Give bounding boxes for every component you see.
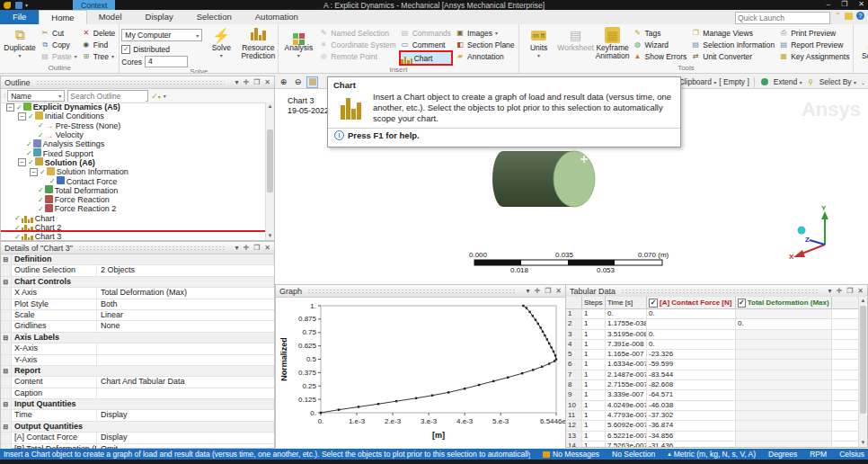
column-checkbox[interactable]: ✓	[738, 299, 746, 308]
details-value[interactable]	[97, 344, 274, 353]
tree-item-velocity[interactable]: ✓→Velocity	[1, 130, 265, 139]
ribbon-copy-button[interactable]: ⧉Copy	[39, 39, 79, 50]
ribbon-tags-button[interactable]: ✎Tags	[632, 27, 689, 39]
close-icon[interactable]: ✕	[264, 78, 270, 86]
ribbon-unit-converter-button[interactable]: ⇄Unit Converter	[689, 50, 776, 62]
ribbon-wizard-button[interactable]: ◍Wizard	[632, 39, 689, 50]
ribbon-keyframe-animation-button[interactable]: ▦Keyframe Animation	[595, 25, 631, 64]
close-icon[interactable]: ✕	[555, 287, 562, 295]
zoom-in-icon[interactable]: ⊕	[278, 76, 289, 88]
collapse-ribbon-icon[interactable]: ⌃	[835, 12, 841, 20]
outline-search-input[interactable]	[68, 92, 146, 102]
rotation-unit-indicator[interactable]: RPM	[810, 450, 827, 459]
help-icon[interactable]: ?	[856, 12, 864, 20]
ribbon-duplicate-button[interactable]: ⧉Duplicate▾	[2, 25, 38, 64]
collapse-icon[interactable]: ⊟	[1, 277, 12, 287]
tab-file[interactable]: File	[0, 10, 39, 24]
ribbon-units-button[interactable]: m ftUnits▾	[521, 25, 557, 64]
collapse-icon[interactable]: ⊟	[1, 254, 12, 264]
outline-search-box[interactable]	[67, 90, 148, 102]
quick-launch-box[interactable]	[735, 12, 830, 24]
column-checkbox[interactable]: ✓	[649, 299, 658, 308]
ribbon-chart-button[interactable]: Chart	[399, 50, 453, 66]
tree-item-chart-3[interactable]: ✓Chart 3	[1, 232, 265, 240]
ribbon-solve-button[interactable]: ⚡Solve▾	[203, 25, 239, 67]
tree-item-chart-2[interactable]: ✓Chart 2	[1, 223, 265, 232]
ribbon-named-selection-button[interactable]: ✎Named Selection	[317, 27, 397, 39]
ribbon-selection-information-button[interactable]: ▤Selection Information	[689, 39, 776, 50]
ribbon-delete-button[interactable]: ✕Delete	[80, 27, 118, 39]
details-value[interactable]: Both	[97, 299, 274, 309]
details-value[interactable]: 2 Objects	[97, 265, 274, 275]
float-icon[interactable]: ❐	[253, 78, 260, 86]
ribbon-key-assignments-button[interactable]: ▦Key Assignments	[777, 50, 851, 62]
tab-model[interactable]: Model	[87, 10, 134, 24]
details-value[interactable]: Total Deformation (Max)	[97, 288, 274, 298]
details-value[interactable]: Linear	[97, 310, 274, 320]
details-value[interactable]: Display	[97, 433, 274, 442]
tab-home[interactable]: Home	[39, 10, 86, 24]
tree-item-analysis-settings[interactable]: ✓Analysis Settings	[1, 139, 265, 148]
scroll-up-icon[interactable]: ▲	[266, 103, 274, 111]
tree-item-pre-stress-none[interactable]: ✓→Pre-Stress (None)	[1, 121, 265, 130]
details-value[interactable]: Display	[97, 410, 274, 420]
units-indicator[interactable]: ▴Metric (m, kg, N, s, V, A)	[668, 450, 756, 459]
tree-item-force-reaction-2[interactable]: ✓Force Reaction 2	[1, 204, 265, 213]
collapse-icon[interactable]: ⊟	[1, 422, 12, 432]
tree-item-solution-information[interactable]: –✓Solution Information	[1, 167, 265, 176]
collapse-icon[interactable]: ⊟	[1, 333, 12, 343]
quick-launch-input[interactable]	[736, 13, 828, 23]
collapse-icon[interactable]: –	[18, 112, 26, 120]
distributed-checkbox[interactable]: ✓Distributed	[121, 44, 202, 55]
cores-field[interactable]: Cores4	[121, 56, 202, 67]
outline-filter-dropdown[interactable]: Name▾	[7, 90, 65, 102]
tab-selection[interactable]: Selection	[185, 10, 244, 24]
filter-check-icon[interactable]: ✓▾	[151, 92, 161, 101]
close-button[interactable]: ✕	[858, 0, 864, 8]
messages-indicator[interactable]: No Messages	[543, 450, 599, 459]
extend-icon[interactable]	[759, 76, 771, 88]
collapse-icon[interactable]: –	[18, 158, 26, 166]
ribbon-cut-button[interactable]: ✂Cut	[39, 27, 79, 39]
toolbar-grip[interactable]: ⁞	[4, 92, 4, 100]
ribbon-show-errors-button[interactable]: ▲Show Errors	[632, 50, 689, 62]
zoom-out-icon[interactable]: ⊖	[292, 76, 304, 88]
extend-button[interactable]: Extend ▾	[774, 77, 802, 86]
float-icon[interactable]: ❐	[545, 287, 551, 295]
angle-unit-indicator[interactable]: Degrees	[768, 450, 797, 459]
ribbon-comment-button[interactable]: ▭Comment	[399, 39, 453, 50]
ribbon-remote-point-button[interactable]: ◎Remote Point	[317, 50, 397, 62]
pin-icon[interactable]: ✛	[836, 287, 842, 295]
cores-input[interactable]: 4	[145, 56, 188, 67]
save-icon[interactable]	[15, 2, 22, 9]
scroll-down-icon[interactable]: ▼	[859, 439, 867, 447]
solve-target-dropdown[interactable]: My Computer▾	[121, 29, 202, 41]
collapse-icon[interactable]: –	[30, 168, 38, 176]
scroll-down-icon[interactable]: ▼	[266, 232, 274, 240]
tree-item-contact-force[interactable]: ✓Contact Force	[1, 176, 265, 185]
tree-item-explicit-dynamics-a5[interactable]: –✓Explicit Dynamics (A5)	[1, 103, 265, 112]
ribbon-analysis-button[interactable]: Analysis▾	[280, 25, 316, 66]
collapse-icon[interactable]: ⊟	[1, 366, 12, 376]
ribbon-paste-button[interactable]: ▤Paste▾	[39, 50, 79, 62]
tree-item-solution-a6[interactable]: –✓Solution (A6)	[1, 158, 265, 167]
details-value[interactable]	[97, 355, 274, 365]
tree-item-total-deformation[interactable]: ✓Total Deformation	[1, 186, 265, 195]
details-value[interactable]	[97, 388, 274, 398]
ribbon-coordinate-system-button[interactable]: ✳Coordinate System	[317, 39, 397, 50]
details-value[interactable]: None	[97, 321, 274, 331]
float-icon[interactable]: ❐	[253, 244, 260, 252]
ribbon-manage-views-button[interactable]: ❐Manage Views	[689, 27, 776, 39]
panel-menu-icon[interactable]: ▾	[235, 78, 238, 86]
close-icon[interactable]: ✕	[857, 287, 864, 295]
tab-display[interactable]: Display	[134, 10, 185, 24]
collapse-icon[interactable]: –	[6, 103, 14, 112]
temperature-unit-indicator[interactable]: Celsius	[839, 450, 864, 459]
select-by-pin-icon[interactable]: ⚲	[805, 76, 817, 88]
outline-scrollbar[interactable]: ▲ ▼	[265, 103, 274, 240]
ribbon-print-preview-button[interactable]: ⎙Print Preview	[777, 27, 851, 39]
close-icon[interactable]: ✕	[264, 244, 270, 252]
pin-icon[interactable]: ✛	[243, 244, 249, 252]
ribbon-worksheet-button[interactable]: ▤Worksheet	[558, 25, 594, 64]
details-value[interactable]: Chart And Tabular Data	[97, 377, 274, 387]
